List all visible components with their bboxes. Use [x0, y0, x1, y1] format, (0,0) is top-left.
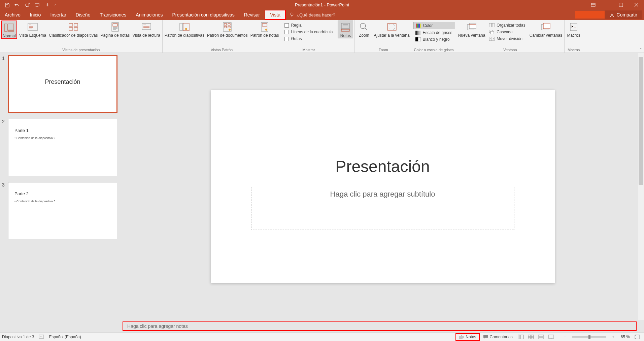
gridlines-checkbox[interactable]: Líneas de la cuadrícula: [282, 29, 335, 35]
vertical-scrollbar[interactable]: [638, 53, 644, 320]
slide-title[interactable]: Presentación: [251, 157, 514, 176]
save-icon[interactable]: [2, 0, 12, 10]
sorter-view-status-icon[interactable]: [526, 333, 536, 341]
slide-thumbnail-2[interactable]: Parte 1 • Contenido de la diapositiva 2: [8, 119, 117, 176]
minimize-button[interactable]: [598, 0, 613, 10]
svg-rect-23: [224, 24, 227, 25]
notes-master-button[interactable]: Patrón de notas: [250, 21, 280, 38]
grayscale-button[interactable]: Escala de grises: [413, 29, 454, 36]
notes-pane[interactable]: Haga clic para agregar notas: [123, 321, 637, 331]
normal-view-icon: [4, 22, 14, 33]
slide-thumbnail-3[interactable]: Parte 2 • Contenido de la diapositiva 3: [8, 182, 117, 239]
qat-dropdown-icon[interactable]: [53, 0, 57, 10]
tab-diseno[interactable]: Diseño: [71, 10, 95, 20]
svg-rect-43: [415, 37, 418, 41]
collapse-ribbon-icon[interactable]: ⌃: [639, 47, 642, 51]
svg-rect-29: [262, 24, 267, 26]
tell-me-search[interactable]: ¿Qué desea hacer?: [286, 10, 339, 20]
color-icon: [416, 24, 421, 28]
zoom-button[interactable]: Zoom: [356, 21, 372, 38]
outline-view-button[interactable]: Vista Esquema: [19, 21, 47, 38]
sorter-icon: [68, 22, 79, 32]
tab-transiciones[interactable]: Transiciones: [95, 10, 131, 20]
svg-rect-47: [489, 23, 492, 27]
touch-mode-icon[interactable]: [42, 0, 53, 10]
close-button[interactable]: [629, 0, 644, 10]
slide-master-button[interactable]: Patrón de diapositivas: [164, 21, 205, 38]
group-label-window: Ventana: [457, 47, 563, 53]
tab-inicio[interactable]: Inicio: [25, 10, 46, 20]
maximize-button[interactable]: [613, 0, 629, 10]
zoom-slider[interactable]: [572, 336, 606, 338]
notes-master-icon: [259, 22, 270, 32]
svg-rect-40: [417, 31, 418, 35]
macros-button[interactable]: Macros: [566, 21, 581, 38]
svg-point-27: [229, 29, 231, 31]
new-window-icon: [466, 22, 477, 32]
slide-thumbnail-1[interactable]: Presentación: [8, 56, 117, 113]
redo-icon[interactable]: [22, 0, 32, 10]
slide-subtitle-placeholder[interactable]: Haga clic para agregar subtítulo: [251, 187, 514, 230]
fit-to-window-status-icon[interactable]: [633, 333, 642, 341]
tab-presentacion[interactable]: Presentación con diapositivas: [167, 10, 239, 20]
normal-view-button[interactable]: Normal: [1, 21, 17, 39]
slideshow-icon[interactable]: [32, 0, 42, 10]
new-window-button[interactable]: Nueva ventana: [457, 21, 486, 38]
notes-status-icon: [459, 335, 464, 339]
tab-revisar[interactable]: Revisar: [239, 10, 265, 20]
switch-windows-button[interactable]: Cambiar ventanas: [529, 21, 563, 38]
svg-rect-48: [492, 23, 495, 27]
thumb-title: Presentación: [15, 78, 110, 86]
share-button[interactable]: Compartir: [605, 10, 642, 19]
arrange-all-button[interactable]: Organizar todas: [487, 22, 527, 29]
fit-window-button[interactable]: Ajustar a la ventana: [373, 21, 410, 38]
tab-archivo[interactable]: Archivo: [0, 10, 25, 20]
svg-point-21: [185, 28, 187, 30]
zoom-level[interactable]: 65 %: [619, 335, 632, 339]
normal-view-status-icon[interactable]: [516, 333, 526, 341]
svg-rect-37: [418, 24, 420, 28]
thumbnails-panel[interactable]: 1 Presentación 2 Parte 1 • Contenido de …: [0, 53, 121, 332]
slide-counter[interactable]: Diapositiva 1 de 3: [2, 335, 34, 339]
bw-button[interactable]: Blanco y negro: [413, 36, 454, 43]
slide-sorter-button[interactable]: Clasificador de diapositivas: [48, 21, 98, 38]
comments-status-button[interactable]: Comentarios: [480, 334, 515, 340]
zoom-out-button[interactable]: −: [560, 333, 570, 341]
group-label-color: Color o escala de grises: [413, 47, 454, 53]
reading-view-status-icon[interactable]: [536, 333, 546, 341]
cascade-button[interactable]: Cascada: [487, 29, 527, 35]
comment-icon: [483, 335, 488, 339]
move-split-button[interactable]: Mover división: [487, 35, 527, 42]
ribbon-options-icon[interactable]: [589, 0, 598, 10]
svg-rect-4: [604, 5, 607, 5]
account-indicator[interactable]: [575, 11, 605, 19]
slide-master-icon: [179, 22, 190, 32]
language-indicator[interactable]: Español (España): [49, 335, 81, 339]
thumb-title: Parte 2: [14, 191, 111, 196]
tab-animaciones[interactable]: Animaciones: [131, 10, 167, 20]
ruler-checkbox[interactable]: Regla: [282, 22, 335, 29]
svg-rect-5: [619, 3, 623, 7]
slide-area: Presentación Haga clic para agregar subt…: [121, 53, 644, 332]
spellcheck-icon[interactable]: [39, 335, 44, 339]
tab-vista[interactable]: Vista: [265, 10, 286, 20]
tab-insertar[interactable]: Insertar: [45, 10, 71, 20]
svg-rect-36: [417, 24, 418, 28]
guides-checkbox[interactable]: Guías: [282, 35, 335, 42]
notes-page-button[interactable]: Página de notas: [100, 21, 131, 38]
notes-toggle-button[interactable]: Notas: [338, 21, 353, 38]
svg-rect-15: [74, 28, 78, 30]
svg-rect-24: [228, 24, 230, 25]
lightbulb-icon: [289, 12, 295, 18]
slide-canvas[interactable]: Presentación Haga clic para agregar subt…: [211, 90, 555, 283]
zoom-in-button[interactable]: +: [609, 333, 618, 341]
undo-icon[interactable]: [12, 0, 22, 10]
title-bar: Presentación1 - PowerPoint: [0, 0, 644, 10]
reading-view-button[interactable]: Vista de lectura: [132, 21, 161, 38]
handout-master-button[interactable]: Patrón de documentos: [206, 21, 248, 38]
color-button[interactable]: Color: [413, 22, 454, 29]
svg-rect-12: [69, 24, 73, 26]
group-label-masters: Vistas Patrón: [164, 47, 280, 53]
slideshow-status-icon[interactable]: [546, 333, 556, 341]
notes-status-button[interactable]: Notas: [455, 333, 479, 341]
